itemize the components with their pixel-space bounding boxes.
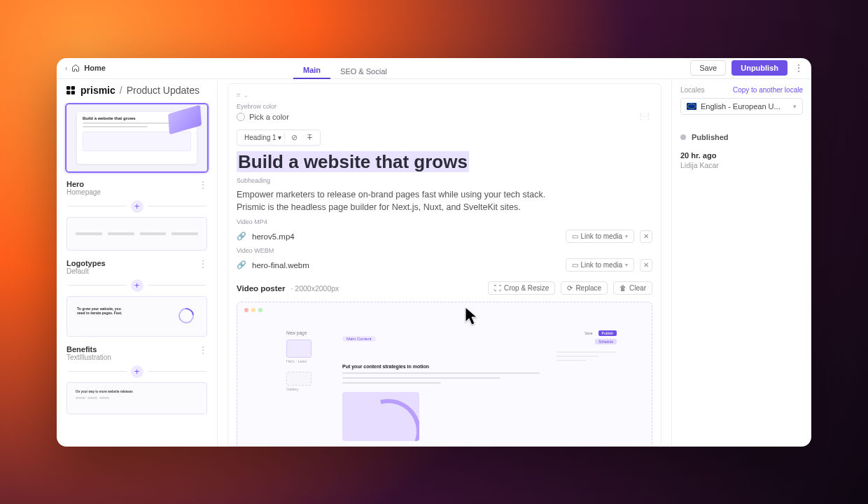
slice-hero[interactable]: 1 Build a website that grows [65, 103, 209, 173]
right-panel: Locales Copy to another locale English -… [671, 79, 811, 447]
clear-media-button[interactable]: ✕ [640, 230, 652, 243]
subheading-input[interactable]: Empower marketers to release on-brand pa… [237, 188, 566, 215]
slice-name: Hero [66, 180, 101, 188]
link-icon: 🔗 [237, 260, 246, 270]
video-mp4-label: Video MP4 [237, 218, 652, 225]
eyebrow-color-field[interactable]: Pick a color ⋮⋮ [237, 110, 652, 125]
brand-name: prismic [80, 85, 115, 96]
slice-thumbnail [66, 217, 207, 251]
media-icon: ▭ [572, 261, 578, 269]
copy-locale-link[interactable]: Copy to another locale [733, 86, 803, 94]
top-actions: Save Unpublish ⋮ [690, 60, 804, 76]
slice-type: Homepage [66, 188, 101, 196]
mini-headline: Put your content strategies in motion [342, 364, 540, 369]
eu-flag-icon [687, 103, 696, 110]
slice-thumbnail: On your way to more website releases [66, 382, 207, 414]
slice-item-4[interactable]: On your way to more website releases [65, 381, 209, 416]
publish-status: Published [680, 133, 803, 141]
history-time: 20 hr. ago [680, 151, 803, 160]
slice-menu-icon[interactable]: ⋮ [199, 345, 207, 355]
subheading-label: Subheading [237, 177, 652, 184]
app-body: prismic / Product Updates 1 Build a webs… [57, 79, 811, 447]
crop-icon: ⛶ [494, 284, 501, 292]
save-button[interactable]: Save [690, 60, 726, 76]
history-entry[interactable]: 20 hr. ago Lidija Kacar [680, 151, 803, 169]
video-webm-filename[interactable]: hero-final.webm [252, 261, 309, 270]
breadcrumb-home[interactable]: Home [84, 64, 106, 72]
slice-menu-icon[interactable]: ⋮ [199, 259, 207, 269]
home-icon [71, 64, 80, 72]
slice-logotypes[interactable]: 2 [65, 216, 209, 252]
mini-schedule: Schedule [595, 339, 617, 344]
more-menu-icon[interactable]: ⋮ [793, 62, 804, 74]
poster-preview[interactable]: New page Hero · Lead Gallery Main Conten… [237, 302, 652, 447]
video-webm-label: Video WEBM [237, 247, 652, 254]
slice-thumbnail: To grow your website, you need to iterat… [66, 296, 207, 337]
topbar: ‹ Home Main SEO & Social Save Unpublish … [57, 58, 811, 79]
unpublish-button[interactable]: Unpublish [732, 60, 788, 76]
breadcrumb[interactable]: ‹ Home [65, 64, 106, 72]
traffic-lights-icon [244, 308, 645, 312]
add-slice-button[interactable]: + [131, 279, 144, 292]
chevron-down-icon: ▾ [625, 233, 628, 239]
locales-header: Locales Copy to another locale [680, 86, 803, 94]
poster-mini-app: New page Hero · Lead Gallery Main Conten… [286, 330, 617, 447]
slice-type: Default [66, 267, 106, 275]
text-style-icon[interactable]: T [303, 133, 316, 141]
svg-rect-3 [71, 90, 75, 94]
tab-main[interactable]: Main [293, 62, 330, 79]
content-tabs: Main SEO & Social [293, 58, 397, 79]
eyebrow-color-label: Eyebrow color [237, 103, 652, 110]
slice-menu-icon[interactable]: ⋮ [199, 180, 207, 190]
locale-value: English - European U... [701, 102, 780, 111]
slice-type: TextIllustration [66, 354, 111, 361]
clear-media-button[interactable]: ✕ [640, 259, 652, 272]
editor: ≡ ⌄ Eyebrow color Pick a color ⋮⋮ Headin… [218, 79, 671, 447]
clear-format-icon[interactable]: ⊘ [288, 133, 300, 142]
locales-label: Locales [680, 86, 704, 94]
color-swatch-icon [237, 113, 245, 121]
mini-main-content: Main Content [342, 336, 376, 342]
media-icon: ▭ [572, 232, 578, 240]
poster-label: Video poster [237, 284, 285, 293]
slice-name: Logotypes [66, 259, 106, 267]
mini-preview-caption: Preview this page [342, 445, 540, 447]
link-icon: 🔗 [237, 232, 246, 241]
prismic-logo-icon [65, 85, 76, 96]
replace-button[interactable]: ⟳Replace [561, 281, 608, 295]
poster-header: Video poster · 2000x2000px ⛶Crop & Resiz… [237, 281, 652, 295]
link-to-media-button[interactable]: ▭ Link to media ▾ [566, 258, 634, 272]
drag-handle-icon[interactable]: ≡ ⌄ [237, 91, 652, 99]
slice-item-3[interactable]: 3 To grow your website, you need to iter… [65, 295, 209, 338]
link-to-media-button[interactable]: ▭ Link to media ▾ [566, 230, 634, 243]
add-slice-divider: + [68, 200, 206, 213]
slice-meta: Logotypes Default ⋮ [62, 255, 211, 276]
replace-icon: ⟳ [567, 284, 573, 292]
svg-rect-2 [66, 90, 70, 94]
status-dot-icon [680, 134, 686, 140]
chevron-down-icon: ▾ [625, 262, 628, 268]
pick-color-text: Pick a color [249, 113, 289, 121]
sidebar: prismic / Product Updates 1 Build a webs… [57, 79, 218, 447]
clear-button[interactable]: 🗑Clear [613, 281, 652, 295]
chevron-down-icon: ▾ [793, 103, 797, 110]
poster-dims: · 2000x2000px [290, 284, 339, 293]
slice-meta: Hero Homepage ⋮ [62, 176, 211, 197]
video-mp4-filename[interactable]: herov5.mp4 [252, 232, 295, 241]
app-window: ‹ Home Main SEO & Social Save Unpublish … [57, 58, 811, 447]
rte-toolbar: Heading 1 ▾ ⊘ T [237, 130, 321, 146]
mini-save: Save [582, 330, 595, 336]
locale-select[interactable]: English - European U... ▾ [680, 98, 803, 115]
brand-page: Product Updates [127, 85, 200, 96]
field-drag-icon[interactable]: ⋮⋮ [637, 113, 652, 122]
editor-inner: ≡ ⌄ Eyebrow color Pick a color ⋮⋮ Headin… [227, 83, 662, 447]
crop-resize-button[interactable]: ⛶Crop & Resize [488, 281, 555, 295]
heading-select[interactable]: Heading 1 ▾ [241, 132, 285, 143]
heading-input[interactable]: Build a website that grows [237, 151, 652, 173]
slice-thumbnail: Build a website that grows [66, 104, 207, 172]
add-slice-divider: + [68, 279, 206, 292]
tab-seo-social[interactable]: SEO & Social [330, 63, 397, 79]
svg-rect-1 [71, 86, 75, 90]
add-slice-button[interactable]: + [131, 365, 144, 378]
add-slice-button[interactable]: + [131, 200, 144, 213]
